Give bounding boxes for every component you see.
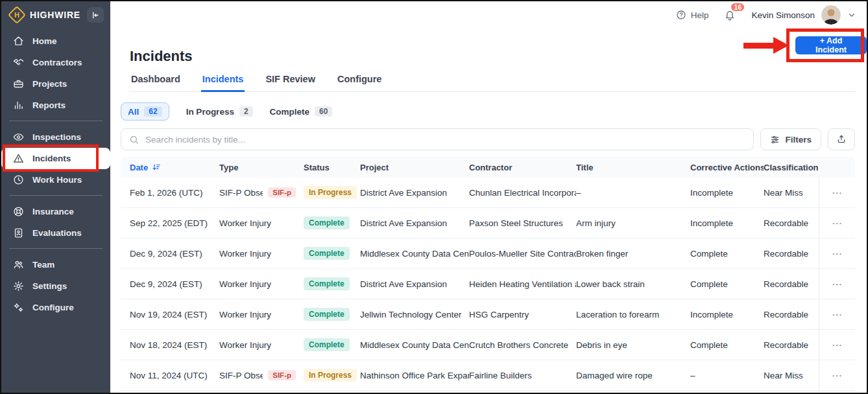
type-text: SIF-P Obser...	[219, 371, 263, 380]
type-text: Worker Injury	[219, 340, 271, 350]
briefcase-icon	[13, 78, 24, 89]
main-content: Incidents Dashboard Incidents SIF Review…	[110, 29, 867, 393]
topbar: Help 16 Kevin Simonson	[110, 1, 867, 29]
add-incident-button[interactable]: + Add Incident	[795, 36, 867, 54]
app-window: H HIGHWIRE Home Contractors Projects Rep…	[0, 0, 868, 394]
row-menu-button[interactable]: ⋯	[819, 299, 855, 329]
sidebar-item-inspections[interactable]: Inspections	[1, 126, 110, 148]
cell-corrective-actions: Complete	[690, 279, 764, 289]
help-circle-icon	[676, 10, 686, 20]
cell-date: Dec 9, 2024 (EST)	[121, 249, 219, 259]
cell-title: –	[576, 188, 690, 198]
column-status[interactable]: Status	[304, 163, 360, 172]
sidebar-item-work-hours[interactable]: Work Hours	[1, 169, 110, 191]
column-date[interactable]: Date	[121, 163, 219, 172]
cell-project: Middlesex County Data Cent...	[360, 249, 469, 259]
column-type[interactable]: Type	[219, 163, 304, 172]
user-menu[interactable]: Kevin Simonson	[751, 5, 856, 25]
sidebar-collapse-button[interactable]	[87, 7, 104, 23]
ellipsis-icon: ⋯	[832, 369, 843, 382]
notifications-button[interactable]: 16	[724, 9, 736, 21]
sidebar-item-home[interactable]: Home	[1, 30, 110, 52]
filters-button[interactable]: Filters	[760, 128, 821, 150]
sidebar: H HIGHWIRE Home Contractors Projects Rep…	[1, 1, 110, 393]
tab-sif-review[interactable]: SIF Review	[264, 71, 317, 91]
table-row[interactable]: Dec 9, 2024 (EST) Worker Injury Complete…	[121, 238, 855, 269]
cell-type: Worker Injury	[219, 279, 304, 289]
sidebar-item-label: Evaluations	[32, 228, 82, 238]
sidebar-item-contractors[interactable]: Contractors	[1, 52, 110, 73]
search-input[interactable]	[145, 135, 745, 145]
chip-complete[interactable]: Complete 60	[270, 103, 333, 120]
status-badge: Complete	[304, 277, 350, 290]
cell-type: Worker Injury	[219, 249, 304, 259]
cell-corrective-actions: Complete	[690, 340, 764, 350]
avatar	[821, 5, 841, 25]
table-row[interactable]: Dec 9, 2024 (EST) Worker Injury Complete…	[121, 269, 855, 299]
table-row[interactable]: Nov 18, 2024 (EST) Worker Injury Complet…	[121, 330, 855, 360]
help-button[interactable]: Help	[676, 10, 709, 20]
sidebar-item-configure[interactable]: Configure	[1, 297, 110, 318]
sidebar-item-label: Inspections	[32, 132, 81, 142]
status-badge: Complete	[304, 216, 350, 229]
sidebar-item-team[interactable]: Team	[1, 254, 110, 275]
sidebar-item-insurance[interactable]: Insurance	[1, 201, 110, 222]
chip-in-progress[interactable]: In Progress 2	[186, 103, 253, 120]
cell-project: Nathinson Office Park Expan...	[360, 371, 469, 380]
search-box	[121, 128, 754, 150]
row-menu-button[interactable]: ⋯	[819, 360, 855, 390]
cell-date: Feb 1, 2026 (UTC)	[121, 188, 219, 198]
cell-project: District Ave Expansion	[360, 188, 469, 198]
sidebar-item-projects[interactable]: Projects	[1, 73, 110, 95]
collapse-icon	[91, 11, 99, 19]
cell-title: Laceration to forearm	[576, 310, 690, 319]
cell-type: SIF-P Obser... SIF-p	[219, 370, 304, 380]
sidebar-item-settings[interactable]: Settings	[1, 275, 110, 297]
table-row[interactable]: Nov 19, 2024 (EST) Worker Injury Complet…	[121, 299, 855, 330]
table-row[interactable]: Nov 11, 2024 (UTC) SIF-P Obser... SIF-p …	[121, 360, 855, 391]
table-row[interactable]: Sep 22, 2025 (EDT) Worker Injury Complet…	[121, 208, 855, 238]
ellipsis-icon: ⋯	[832, 217, 843, 229]
row-menu-button[interactable]: ⋯	[819, 269, 855, 299]
sidebar-divider	[9, 195, 102, 196]
row-menu-button[interactable]: ⋯	[819, 330, 855, 360]
tab-dashboard[interactable]: Dashboard	[130, 71, 182, 91]
chip-all[interactable]: All 62	[121, 102, 169, 121]
help-label: Help	[691, 10, 709, 20]
cell-contractor: Fairline Builders	[469, 371, 576, 380]
row-menu-button[interactable]: ⋯	[819, 178, 855, 207]
export-button[interactable]	[828, 128, 855, 150]
sidebar-item-label: Home	[32, 36, 57, 46]
sifp-badge: SIF-p	[268, 187, 296, 198]
column-contractor[interactable]: Contractor	[469, 163, 576, 172]
column-project[interactable]: Project	[360, 163, 469, 172]
user-name: Kevin Simonson	[751, 10, 815, 20]
sidebar-item-reports[interactable]: Reports	[1, 95, 110, 116]
cell-type: Worker Injury	[219, 218, 304, 228]
row-menu-button[interactable]: ⋯	[819, 238, 855, 268]
type-text: Worker Injury	[219, 310, 271, 319]
sidebar-item-label: Reports	[32, 100, 66, 110]
column-classification[interactable]: Classification	[764, 163, 819, 172]
sidebar-item-evaluations[interactable]: Evaluations	[1, 222, 110, 244]
cell-classification: Recordable	[764, 340, 819, 350]
table-row[interactable]: Feb 1, 2026 (UTC) SIF-P Obser... SIF-p I…	[121, 178, 855, 208]
eye-icon	[13, 132, 24, 143]
cell-date: Nov 18, 2024 (EST)	[121, 340, 219, 350]
ellipsis-icon: ⋯	[832, 308, 843, 321]
chevron-down-icon[interactable]	[847, 10, 856, 19]
column-corrective-actions[interactable]: Corrective Actions	[690, 163, 764, 172]
status-badge: Complete	[304, 308, 350, 321]
tab-incidents[interactable]: Incidents	[201, 71, 245, 92]
row-menu-button[interactable]: ⋯	[819, 208, 855, 238]
search-row: Filters	[121, 128, 855, 150]
tab-configure[interactable]: Configure	[336, 71, 383, 91]
cell-title: Arm injury	[576, 218, 690, 228]
sidebar-item-label: Contractors	[32, 58, 82, 67]
status-badge: Complete	[304, 247, 350, 260]
sidebar-item-incidents[interactable]: Incidents	[1, 148, 110, 169]
column-title[interactable]: Title	[576, 163, 690, 172]
sort-descending-icon[interactable]	[152, 163, 161, 172]
cell-status: In Progress	[304, 186, 360, 199]
cell-type: SIF-P Obser... SIF-p	[219, 187, 304, 198]
